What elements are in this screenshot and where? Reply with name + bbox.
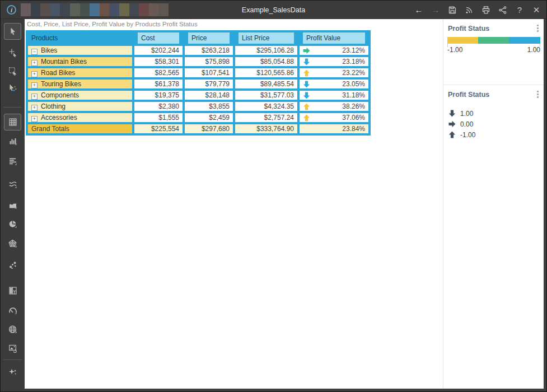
gradient-bar xyxy=(447,37,540,44)
gradient-segment-low xyxy=(447,37,478,44)
save-icon[interactable] xyxy=(447,5,457,15)
gradient-segment-high xyxy=(509,37,540,44)
profit-cell[interactable]: 23.22% xyxy=(298,67,370,78)
profit-cell[interactable]: 38.26% xyxy=(298,101,370,112)
bar-chart-tool-icon[interactable] xyxy=(4,133,21,150)
expand-icon[interactable]: + xyxy=(31,116,38,122)
cost-cell[interactable]: $225,554 xyxy=(133,123,184,134)
legend-item: 0.00 xyxy=(448,120,475,128)
expand-icon[interactable]: + xyxy=(31,94,38,100)
profit-cell[interactable]: 23.84% xyxy=(298,123,370,134)
list-price-cell[interactable]: $333,764.90 xyxy=(234,123,298,134)
profit-cell[interactable]: 37.06% xyxy=(298,112,370,123)
kebab-menu-icon[interactable] xyxy=(537,25,539,32)
gauge-tool-icon[interactable] xyxy=(4,302,21,319)
profit-cell[interactable]: 23.12% xyxy=(298,45,370,56)
row-label[interactable]: +Clothing xyxy=(27,101,133,112)
list-price-cell[interactable]: $2,757.24 xyxy=(234,112,298,123)
marquee-select-tool-icon[interactable] xyxy=(4,63,21,80)
back-icon[interactable]: ← xyxy=(414,5,424,15)
column-header-list-price[interactable]: List Price xyxy=(234,31,298,45)
collapse-icon[interactable]: − xyxy=(31,49,38,55)
toolbox-divider-2 xyxy=(3,360,22,360)
list-price-cell[interactable]: $295,106.28 xyxy=(234,45,298,56)
column-header-profit-value[interactable]: Profit Value xyxy=(298,31,370,45)
hbar-chart-tool-icon[interactable] xyxy=(4,153,21,170)
row-label[interactable]: −Bikes xyxy=(27,45,133,56)
row-label[interactable]: +Accessories xyxy=(27,112,133,123)
toolbar-swatch xyxy=(100,3,110,16)
list-price-cell[interactable]: $89,485.54 xyxy=(234,78,298,90)
info-icon[interactable]: i xyxy=(7,5,16,15)
column-header-products[interactable]: Products xyxy=(27,31,133,45)
share-icon[interactable] xyxy=(498,5,508,15)
expand-icon[interactable]: + xyxy=(31,82,38,88)
toolbox-sidebar xyxy=(1,19,25,391)
expand-icon[interactable]: + xyxy=(31,71,38,77)
price-cell[interactable]: $107,541 xyxy=(184,67,234,78)
pan-select-tool-icon[interactable] xyxy=(4,44,21,61)
help-icon[interactable]: ? xyxy=(515,5,525,15)
toolbar-swatch xyxy=(90,3,100,16)
column-header-cost[interactable]: Cost xyxy=(133,31,184,45)
gradient-segment-mid xyxy=(478,37,509,44)
treemap-tool-icon[interactable] xyxy=(4,282,21,299)
toolbar-swatch xyxy=(129,3,139,16)
list-price-cell[interactable]: $85,054.88 xyxy=(234,56,298,67)
pivot-grid-tool-icon[interactable] xyxy=(4,114,21,130)
app-window: i Example_SalesData ← → ? ✕ xyxy=(0,0,547,392)
profit-cell[interactable]: 23.18% xyxy=(298,56,370,67)
image-tool-icon[interactable] xyxy=(4,340,21,357)
expand-icon[interactable]: + xyxy=(31,105,38,111)
price-cell[interactable]: $2,459 xyxy=(184,112,234,123)
cost-cell[interactable]: $2,380 xyxy=(133,101,184,112)
cost-cell[interactable]: $1,555 xyxy=(133,112,184,123)
map-tool-icon[interactable] xyxy=(4,321,21,338)
up-arrow-icon xyxy=(448,131,456,138)
price-cell[interactable]: $3,855 xyxy=(184,101,234,112)
pivot-table[interactable]: Products Cost Price List Price Profit Va… xyxy=(26,30,371,136)
toolbar-swatch xyxy=(109,3,119,16)
list-price-cell[interactable]: $120,565.86 xyxy=(234,67,298,78)
area-chart-tool-icon[interactable] xyxy=(4,197,21,213)
cost-cell[interactable]: $58,301 xyxy=(133,56,184,67)
cost-cell[interactable]: $19,375 xyxy=(133,90,184,101)
ai-tool-icon[interactable] xyxy=(4,363,21,380)
pie-chart-tool-icon[interactable] xyxy=(4,216,21,232)
legend-item: 1.00 xyxy=(448,110,475,117)
toolbar-swatch xyxy=(80,3,90,16)
list-price-cell[interactable]: $4,324.35 xyxy=(234,101,298,112)
price-cell[interactable]: $28,148 xyxy=(184,90,234,101)
trend-arrow-icon xyxy=(303,114,310,122)
feed-icon[interactable] xyxy=(464,5,474,15)
row-label[interactable]: +Mountain Bikes xyxy=(27,56,133,67)
row-label[interactable]: +Components xyxy=(27,90,133,101)
cost-cell[interactable]: $61,378 xyxy=(133,78,184,90)
toolbar-swatch xyxy=(149,3,159,16)
price-cell[interactable]: $75,898 xyxy=(184,56,234,67)
radar-chart-tool-icon[interactable] xyxy=(4,235,21,252)
profit-cell[interactable]: 31.18% xyxy=(298,90,370,101)
price-cell[interactable]: $79,779 xyxy=(184,78,234,90)
toolbar-swatches xyxy=(21,3,169,16)
list-price-cell[interactable]: $31,577.03 xyxy=(234,90,298,101)
forward-icon[interactable]: → xyxy=(431,5,441,15)
cost-cell[interactable]: $202,244 xyxy=(133,45,184,56)
kebab-menu-icon[interactable] xyxy=(537,91,539,98)
expand-icon[interactable]: + xyxy=(31,60,38,66)
line-chart-tool-icon[interactable] xyxy=(4,176,21,193)
data-point-select-tool-icon[interactable] xyxy=(4,80,21,96)
scatter-chart-tool-icon[interactable] xyxy=(4,257,21,274)
row-label[interactable]: Grand Totals xyxy=(27,123,133,134)
price-cell[interactable]: $297,680 xyxy=(184,123,234,134)
column-header-price[interactable]: Price xyxy=(184,31,234,45)
table-row-road-bikes: +Road Bikes $82,565 $107,541 $120,565.86… xyxy=(27,67,370,78)
row-label[interactable]: +Touring Bikes xyxy=(27,78,133,90)
close-icon[interactable]: ✕ xyxy=(531,5,541,15)
cost-cell[interactable]: $82,565 xyxy=(133,67,184,78)
profit-cell[interactable]: 23.05% xyxy=(298,78,370,90)
pointer-tool-icon[interactable] xyxy=(4,23,21,40)
row-label[interactable]: +Road Bikes xyxy=(27,67,133,78)
print-icon[interactable] xyxy=(481,5,491,15)
price-cell[interactable]: $263,218 xyxy=(184,45,234,56)
